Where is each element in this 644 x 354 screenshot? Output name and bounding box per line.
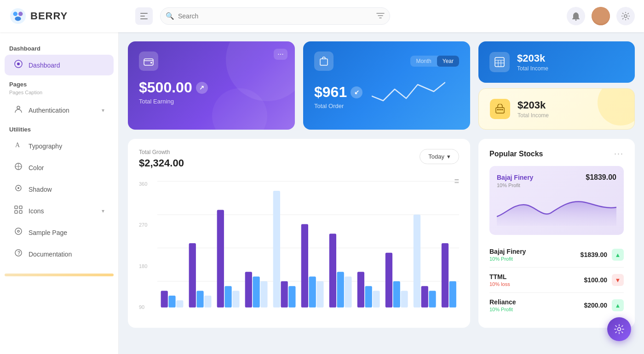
svg-point-24 bbox=[17, 230, 19, 232]
year-toggle-button[interactable]: Year bbox=[437, 56, 459, 67]
stock-mini-chart bbox=[497, 194, 616, 226]
stock-name-reliance: Reliance bbox=[489, 298, 516, 306]
sidebar-item-sample-page-label: Sample Page bbox=[29, 229, 67, 236]
svg-rect-38 bbox=[501, 109, 503, 110]
income-icon-blue bbox=[489, 52, 510, 72]
dashboard-icon bbox=[14, 60, 23, 70]
bottom-row: Total Growth $2,324.00 Today ▾ ≡ 360 270… bbox=[128, 139, 635, 328]
svg-rect-49 bbox=[217, 210, 224, 308]
logo-text: BERRY bbox=[30, 10, 68, 22]
svg-rect-53 bbox=[253, 277, 259, 308]
svg-rect-45 bbox=[176, 300, 183, 308]
svg-rect-52 bbox=[245, 272, 252, 308]
sidebar-item-sample-page[interactable]: Sample Page bbox=[5, 222, 114, 243]
hamburger-button[interactable] bbox=[135, 7, 153, 25]
icons-icon bbox=[14, 206, 23, 216]
sidebar-item-authentication[interactable]: Authentication ▾ bbox=[5, 100, 114, 120]
stock-featured-name: Bajaj Finery bbox=[497, 174, 533, 181]
month-year-toggle: Month Year bbox=[410, 56, 459, 67]
stock-trend-up-bajaj: ▲ bbox=[612, 249, 624, 261]
svg-rect-46 bbox=[189, 243, 196, 308]
svg-rect-5 bbox=[140, 16, 145, 17]
earning-trend-icon: ↗ bbox=[196, 82, 208, 94]
typography-icon: A bbox=[14, 141, 23, 151]
stock-featured-header: Bajaj Finery $1839.00 bbox=[497, 173, 616, 182]
svg-text:?: ? bbox=[17, 251, 20, 256]
svg-rect-37 bbox=[500, 109, 501, 110]
documentation-icon: ? bbox=[14, 249, 23, 259]
sidebar-item-dashboard[interactable]: Dashboard bbox=[5, 55, 114, 75]
stock-profit-ttml: 10% loss bbox=[489, 281, 510, 287]
svg-rect-64 bbox=[357, 272, 364, 308]
svg-rect-60 bbox=[316, 281, 323, 308]
order-line-chart bbox=[362, 75, 459, 108]
stock-row-ttml: TTML 10% loss $100.00 ▼ bbox=[489, 268, 624, 293]
svg-rect-69 bbox=[401, 291, 408, 308]
stock-chart-preview: Bajaj Finery $1839.00 10% Profit bbox=[489, 166, 624, 235]
svg-rect-62 bbox=[337, 272, 344, 308]
svg-rect-28 bbox=[150, 62, 152, 63]
earning-card-more-button[interactable]: ··· bbox=[274, 49, 288, 60]
sidebar-item-typography-label: Typography bbox=[29, 143, 62, 150]
svg-point-75 bbox=[618, 328, 621, 331]
income-text-yellow: $203k Total Income bbox=[518, 99, 549, 119]
sidebar-section-pages: Pages bbox=[0, 77, 118, 90]
avatar[interactable] bbox=[592, 7, 610, 25]
svg-rect-66 bbox=[373, 291, 380, 308]
income-amount-1: $203k bbox=[517, 52, 548, 64]
svg-point-10 bbox=[575, 19, 577, 21]
svg-rect-43 bbox=[161, 291, 168, 308]
svg-point-0 bbox=[10, 8, 26, 24]
total-earning-amount: $500.00 ↗ bbox=[139, 79, 284, 96]
table-icon bbox=[494, 57, 505, 67]
stock-name-bajaj: Bajaj Finery bbox=[489, 248, 526, 255]
chart-title: Total Growth bbox=[139, 149, 184, 155]
svg-rect-59 bbox=[309, 277, 316, 308]
stocks-title: Popular Stocks bbox=[489, 150, 543, 158]
sidebar-item-documentation[interactable]: ? Documentation bbox=[5, 244, 114, 264]
earning-card-icon bbox=[139, 51, 158, 71]
income-label-1: Total Income bbox=[517, 65, 548, 72]
search-input[interactable] bbox=[160, 7, 390, 25]
stock-trend-down-ttml: ▼ bbox=[612, 274, 624, 286]
svg-rect-73 bbox=[442, 243, 448, 308]
svg-point-18 bbox=[17, 187, 19, 189]
logo-area: BERRY bbox=[9, 7, 124, 25]
growth-chart-card: Total Growth $2,324.00 Today ▾ ≡ 360 270… bbox=[128, 139, 470, 328]
svg-rect-20 bbox=[19, 206, 22, 209]
fab-button[interactable] bbox=[607, 317, 631, 341]
svg-rect-74 bbox=[449, 281, 456, 308]
avatar-face bbox=[592, 7, 610, 25]
stock-value-reliance: $200.00 bbox=[584, 302, 607, 309]
stocks-header: Popular Stocks ··· bbox=[489, 149, 624, 159]
svg-rect-30 bbox=[495, 57, 504, 67]
sample-page-icon bbox=[14, 227, 23, 238]
top-cards-row: ··· $500.00 ↗ Total Earning bbox=[128, 41, 635, 130]
sidebar-item-shadow[interactable]: Shadow bbox=[5, 179, 114, 200]
stock-profit-reliance: 10% Profit bbox=[489, 307, 516, 312]
color-icon bbox=[14, 162, 23, 173]
month-toggle-button[interactable]: Month bbox=[410, 56, 437, 67]
svg-rect-36 bbox=[497, 109, 499, 110]
sidebar-item-icons[interactable]: Icons ▾ bbox=[5, 200, 114, 221]
total-income-card-yellow: $203k Total Income bbox=[478, 88, 635, 130]
content-area: ··· $500.00 ↗ Total Earning bbox=[119, 32, 644, 354]
total-earning-label: Total Earning bbox=[139, 98, 284, 105]
sidebar-item-color-label: Color bbox=[29, 164, 44, 171]
svg-rect-65 bbox=[365, 286, 372, 308]
stocks-more-button[interactable]: ··· bbox=[614, 149, 624, 159]
svg-rect-21 bbox=[15, 211, 17, 213]
sidebar-pages-caption: Pages Caption bbox=[0, 90, 118, 99]
svg-rect-54 bbox=[260, 281, 267, 308]
sidebar-item-color[interactable]: Color bbox=[5, 157, 114, 178]
today-filter-button[interactable]: Today ▾ bbox=[420, 149, 459, 164]
cash-register-icon bbox=[495, 104, 505, 114]
bell-button[interactable] bbox=[567, 7, 585, 25]
sidebar-item-typography[interactable]: A Typography bbox=[5, 136, 114, 156]
income-icon-yellow bbox=[490, 99, 510, 119]
filter-icon[interactable] bbox=[376, 12, 385, 21]
total-order-content: $961 ↙ Total Order bbox=[314, 75, 459, 120]
settings-button[interactable] bbox=[616, 7, 635, 25]
svg-rect-70 bbox=[414, 215, 420, 308]
shopping-icon bbox=[319, 56, 329, 66]
